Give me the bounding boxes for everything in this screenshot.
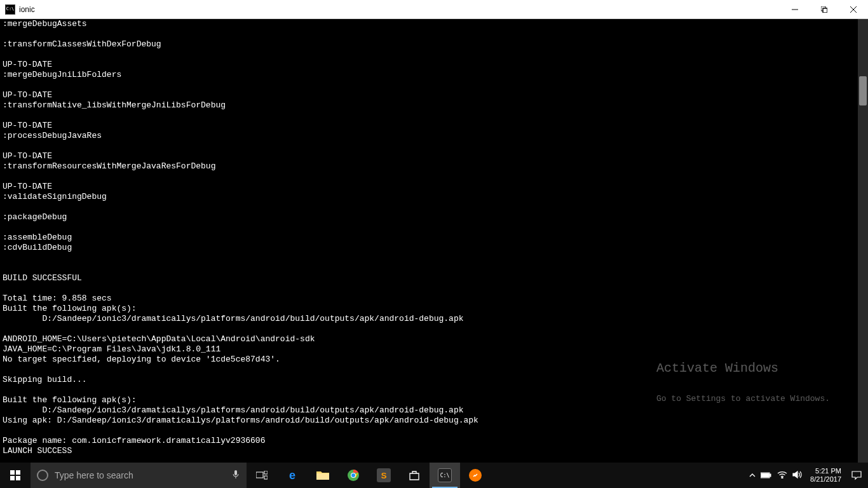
window-title: ionic <box>19 5 35 14</box>
svg-rect-21 <box>761 473 769 477</box>
edge-icon: e <box>285 468 299 482</box>
cortana-icon <box>37 470 48 481</box>
system-tray: 5:21 PM 8/21/2017 <box>745 463 868 488</box>
minimize-button[interactable] <box>780 0 810 19</box>
taskbar-clock[interactable]: 5:21 PM 8/21/2017 <box>808 467 844 484</box>
watermark-heading: Activate Windows <box>656 363 830 374</box>
search-placeholder: Type here to search <box>55 470 231 480</box>
start-button[interactable] <box>0 463 31 488</box>
taskbar: Type here to search e S <box>0 463 868 488</box>
taskbar-app-cmd[interactable]: C:\ <box>430 463 460 488</box>
task-view-button[interactable] <box>247 463 277 488</box>
watermark-sub: Go to Settings to activate Windows. <box>656 394 830 404</box>
svg-rect-2 <box>823 8 827 13</box>
chrome-icon <box>346 468 360 482</box>
round-app-icon <box>469 469 482 482</box>
taskbar-app-explorer[interactable] <box>308 463 338 488</box>
action-center-button[interactable] <box>849 470 864 480</box>
scrollbar-track[interactable] <box>858 19 868 463</box>
search-box[interactable]: Type here to search <box>31 463 247 488</box>
svg-rect-14 <box>264 476 268 479</box>
terminal-text: :mergeDebugAssets :transformClassesWithD… <box>3 19 478 456</box>
folder-icon <box>316 468 330 482</box>
taskbar-app-chrome[interactable] <box>338 463 369 488</box>
svg-rect-20 <box>770 474 771 477</box>
close-button[interactable] <box>839 0 868 19</box>
taskbar-app-edge[interactable]: e <box>277 463 308 488</box>
cmd-icon: C:\ <box>5 4 15 15</box>
tray-chevron-up-icon[interactable] <box>749 471 756 480</box>
svg-point-18 <box>351 473 355 477</box>
taskbar-app-store[interactable] <box>399 463 430 488</box>
volume-icon[interactable] <box>792 470 803 481</box>
activate-windows-watermark: Activate Windows Go to Settings to activ… <box>656 343 830 424</box>
cmd-taskbar-icon: C:\ <box>438 468 452 482</box>
svg-rect-15 <box>316 473 329 480</box>
svg-rect-10 <box>234 470 237 475</box>
svg-rect-7 <box>16 470 20 475</box>
clock-date: 8/21/2017 <box>810 475 841 484</box>
clock-time: 5:21 PM <box>810 467 841 475</box>
cmd-window: C:\ ionic :mergeDebugAssets :transformCl… <box>0 0 868 488</box>
scrollbar-thumb[interactable] <box>859 76 867 105</box>
titlebar[interactable]: C:\ ionic <box>0 0 868 19</box>
svg-rect-12 <box>256 472 263 478</box>
maximize-button[interactable] <box>810 0 839 19</box>
svg-rect-8 <box>10 476 15 480</box>
battery-icon[interactable] <box>761 471 772 480</box>
taskbar-app-sublime[interactable]: S <box>369 463 399 488</box>
sublime-icon: S <box>377 468 391 482</box>
svg-point-22 <box>782 477 783 478</box>
mic-icon[interactable] <box>231 470 240 482</box>
wifi-icon[interactable] <box>777 471 787 480</box>
svg-rect-9 <box>16 476 20 480</box>
store-icon <box>407 468 421 482</box>
svg-rect-6 <box>10 470 15 475</box>
taskbar-app-generic[interactable] <box>460 463 491 488</box>
terminal-output[interactable]: :mergeDebugAssets :transformClassesWithD… <box>0 19 868 463</box>
svg-rect-13 <box>264 471 268 474</box>
